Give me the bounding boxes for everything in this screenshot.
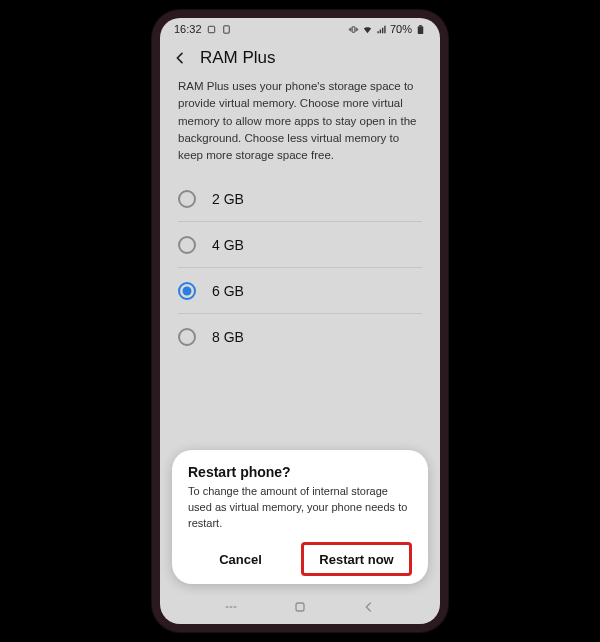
phone-frame: 16:32 70% (152, 10, 448, 632)
page-title: RAM Plus (200, 48, 276, 68)
option-label: 6 GB (212, 283, 244, 299)
recents-icon[interactable] (223, 599, 239, 615)
restart-now-button[interactable]: Restart now (301, 542, 412, 576)
status-left: 16:32 (174, 23, 232, 35)
option-label: 4 GB (212, 237, 244, 253)
screenshot-icon (206, 24, 217, 35)
description-text: RAM Plus uses your phone's storage space… (160, 74, 440, 176)
radio-icon (178, 282, 196, 300)
dialog-title: Restart phone? (188, 464, 412, 480)
radio-icon (178, 328, 196, 346)
svg-rect-2 (352, 26, 355, 32)
restart-dialog: Restart phone? To change the amount of i… (172, 450, 428, 584)
option-label: 2 GB (212, 191, 244, 207)
home-icon[interactable] (292, 599, 308, 615)
nav-back-icon[interactable] (361, 599, 377, 615)
svg-rect-4 (419, 24, 422, 25)
status-time: 16:32 (174, 23, 202, 35)
option-2gb[interactable]: 2 GB (178, 176, 422, 222)
option-6gb[interactable]: 6 GB (178, 268, 422, 314)
battery-icon (415, 24, 426, 35)
option-label: 8 GB (212, 329, 244, 345)
signal-icon (376, 24, 387, 35)
radio-icon (178, 236, 196, 254)
wifi-icon (362, 24, 373, 35)
dialog-body: To change the amount of internal storage… (188, 484, 412, 532)
dialog-buttons: Cancel Restart now (188, 542, 412, 576)
options-list: 2 GB 4 GB 6 GB 8 GB (160, 176, 440, 360)
battery-percent: 70% (390, 23, 412, 35)
svg-rect-0 (208, 26, 214, 32)
back-icon[interactable] (172, 50, 188, 66)
nav-bar (160, 590, 440, 624)
option-8gb[interactable]: 8 GB (178, 314, 422, 360)
status-right: 70% (348, 23, 426, 35)
option-4gb[interactable]: 4 GB (178, 222, 422, 268)
app-header: RAM Plus (160, 40, 440, 74)
svg-rect-3 (418, 26, 424, 34)
cancel-button[interactable]: Cancel (188, 542, 293, 576)
notification-icon (221, 24, 232, 35)
svg-rect-8 (296, 603, 304, 611)
phone-screen: 16:32 70% (160, 18, 440, 624)
svg-rect-1 (223, 25, 229, 32)
radio-icon (178, 190, 196, 208)
vibrate-icon (348, 24, 359, 35)
status-bar: 16:32 70% (160, 18, 440, 40)
